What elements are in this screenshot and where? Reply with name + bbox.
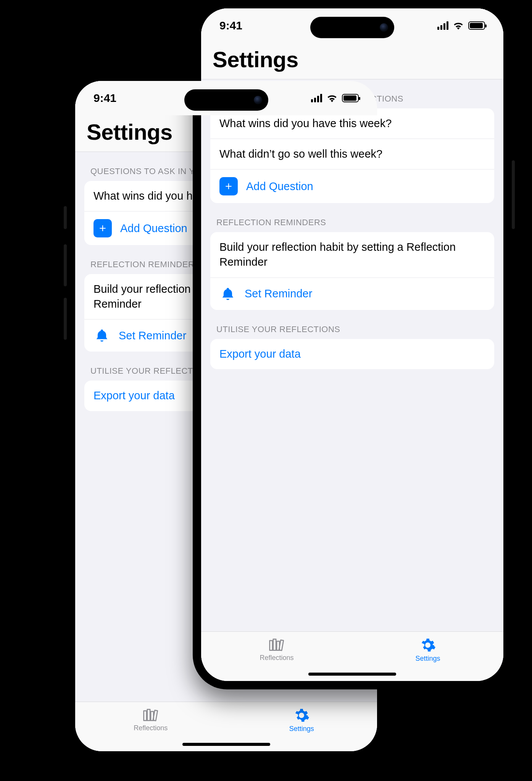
status-time: 9:41 — [94, 92, 116, 105]
status-time: 9:41 — [219, 19, 242, 32]
phone-side-button — [64, 206, 67, 229]
utilise-card: Export your data — [210, 339, 494, 369]
wifi-icon — [327, 94, 337, 102]
dynamic-island — [184, 89, 268, 111]
section-header-utilise: UTILISE YOUR REFLECTIONS — [216, 324, 488, 334]
phone-side-button — [64, 298, 67, 340]
books-icon — [268, 637, 285, 652]
svg-rect-4 — [270, 641, 272, 650]
svg-rect-1 — [147, 709, 150, 720]
tab-label: Reflections — [260, 654, 293, 662]
export-data-button[interactable]: Export your data — [210, 339, 494, 369]
plus-icon — [94, 219, 112, 237]
bell-icon — [94, 327, 110, 344]
battery-icon — [342, 94, 359, 102]
status-indicators — [437, 21, 485, 30]
cellular-icon — [437, 21, 448, 30]
svg-rect-5 — [273, 639, 276, 650]
home-indicator[interactable] — [182, 743, 270, 746]
svg-rect-0 — [143, 711, 146, 721]
dynamic-island — [310, 17, 394, 38]
bell-icon — [219, 286, 236, 302]
reminder-prompt-text: Build your reflection habit by setting a… — [219, 240, 485, 269]
plus-icon — [219, 177, 238, 195]
reminder-prompt-row: Build your reflection habit by setting a… — [210, 232, 494, 277]
cellular-icon — [311, 94, 322, 102]
books-icon — [142, 707, 159, 723]
set-reminder-label: Set Reminder — [245, 286, 485, 301]
tab-label: Settings — [289, 725, 314, 733]
phone-side-button — [512, 160, 515, 229]
battery-icon — [468, 21, 485, 30]
export-data-label: Export your data — [219, 347, 485, 361]
reminders-card: Build your reflection habit by setting a… — [210, 232, 494, 310]
tab-label: Settings — [415, 655, 440, 663]
page-title: Settings — [213, 47, 492, 72]
gear-icon — [420, 637, 436, 653]
add-question-label: Add Question — [246, 179, 485, 194]
set-reminder-button[interactable]: Set Reminder — [210, 278, 494, 310]
question-text: What wins did you have this week? — [219, 116, 485, 131]
status-indicators — [311, 94, 359, 102]
section-header-reminders: REFLECTION REMINDERS — [216, 218, 488, 228]
question-row[interactable]: What didn’t go so well this week? — [210, 139, 494, 169]
questions-card: What wins did you have this week? What d… — [210, 108, 494, 203]
wifi-icon — [453, 21, 464, 30]
home-indicator[interactable] — [308, 673, 396, 676]
question-text: What didn’t go so well this week? — [219, 147, 485, 161]
gear-icon — [293, 707, 310, 723]
phone-side-button — [64, 244, 67, 286]
tab-label: Reflections — [134, 724, 168, 732]
add-question-button[interactable]: Add Question — [210, 169, 494, 203]
